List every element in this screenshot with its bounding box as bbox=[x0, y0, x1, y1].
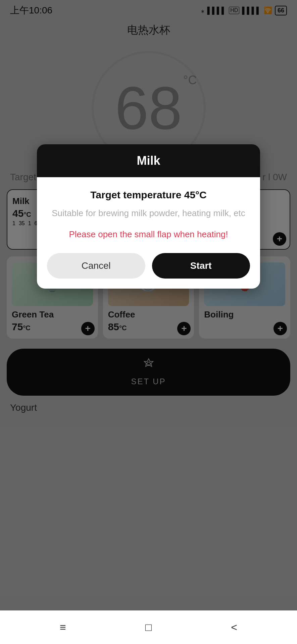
start-button[interactable]: Start bbox=[152, 253, 250, 279]
dialog-buttons: Cancel Start bbox=[47, 253, 250, 279]
modal-overlay bbox=[0, 0, 297, 644]
back-icon[interactable]: < bbox=[231, 621, 237, 634]
menu-icon[interactable]: ≡ bbox=[60, 621, 66, 634]
dialog-body: Target temperature 45°C Suitable for bre… bbox=[37, 177, 260, 289]
nav-bar: ≡ □ < bbox=[0, 610, 297, 644]
milk-dialog: Milk Target temperature 45°C Suitable fo… bbox=[37, 144, 260, 289]
dialog-description: Suitable for brewing milk powder, heatin… bbox=[47, 207, 250, 220]
cancel-button[interactable]: Cancel bbox=[47, 253, 145, 279]
dialog-temp-title: Target temperature 45°C bbox=[47, 189, 250, 201]
dialog-header: Milk bbox=[37, 144, 260, 177]
dialog-warning: Please open the small flap when heating! bbox=[47, 228, 250, 241]
dialog-title: Milk bbox=[137, 154, 160, 167]
home-icon[interactable]: □ bbox=[145, 621, 152, 634]
